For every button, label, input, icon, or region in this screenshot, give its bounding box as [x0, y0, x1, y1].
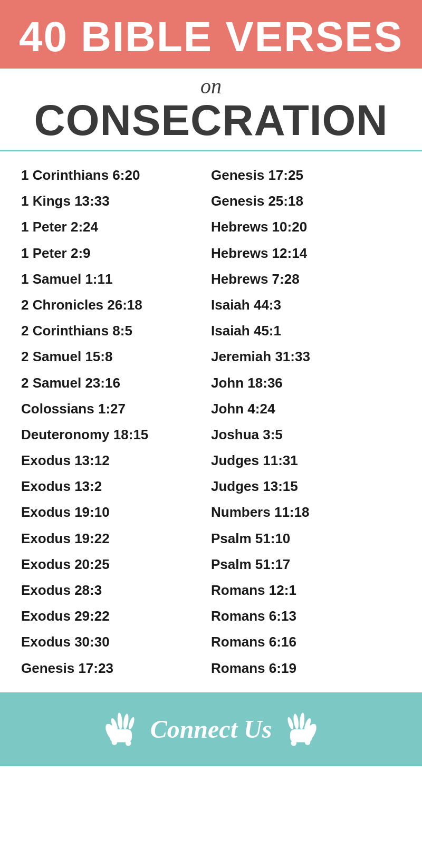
verse-item-left: Deuteronomy 18:15 — [21, 427, 211, 443]
hand-right-icon — [282, 711, 319, 748]
verse-item-left: 1 Peter 2:24 — [21, 219, 211, 235]
verse-item-left: Colossians 1:27 — [21, 401, 211, 417]
verse-item-right: Hebrews 7:28 — [211, 271, 401, 287]
verse-item-right: Romans 6:16 — [211, 634, 401, 650]
verse-item-left: Genesis 17:23 — [21, 660, 211, 677]
verse-item-left: Exodus 13:12 — [21, 452, 211, 469]
consecration-title: CONSECRATION — [5, 99, 417, 142]
verse-grid: 1 Corinthians 6:20Genesis 17:251 Kings 1… — [21, 167, 401, 677]
verse-item-left: 2 Corinthians 8:5 — [21, 323, 211, 339]
verse-item-left: 1 Corinthians 6:20 — [21, 167, 211, 184]
svg-point-9 — [299, 712, 305, 729]
verse-item-right: Psalm 51:10 — [211, 531, 401, 547]
footer: Connect Us — [0, 692, 422, 766]
header-title: 40 BIBLE VERSES — [16, 16, 406, 58]
verse-item-right: Romans 6:13 — [211, 608, 401, 624]
svg-point-7 — [126, 740, 131, 746]
header-middle: on CONSECRATION — [0, 69, 422, 151]
verse-item-left: 1 Samuel 1:11 — [21, 271, 211, 287]
verse-item-right: Judges 13:15 — [211, 478, 401, 495]
verse-item-left: 2 Samuel 15:8 — [21, 349, 211, 365]
verse-item-left: Exodus 13:2 — [21, 478, 211, 495]
verse-item-left: Exodus 19:22 — [21, 531, 211, 547]
svg-point-1 — [117, 712, 122, 729]
verse-item-right: Hebrews 10:20 — [211, 219, 401, 235]
verse-item-right: Jeremiah 31:33 — [211, 349, 401, 365]
footer-text: Connect Us — [150, 715, 272, 744]
verse-item-left: 2 Chronicles 26:18 — [21, 297, 211, 313]
verse-item-left: 1 Peter 2:9 — [21, 245, 211, 262]
verse-item-right: Genesis 17:25 — [211, 167, 401, 184]
verse-item-right: Psalm 51:17 — [211, 556, 401, 573]
svg-point-2 — [122, 713, 129, 730]
verse-item-right: John 18:36 — [211, 375, 401, 391]
svg-point-10 — [293, 713, 300, 730]
verse-item-left: Exodus 29:22 — [21, 608, 211, 624]
verse-item-right: Genesis 25:18 — [211, 193, 401, 209]
verse-item-left: Exodus 28:3 — [21, 582, 211, 599]
svg-point-6 — [111, 739, 117, 745]
verse-item-right: Romans 6:19 — [211, 660, 401, 677]
verse-item-right: Isaiah 45:1 — [211, 323, 401, 339]
verse-item-right: Romans 12:1 — [211, 582, 401, 599]
verse-item-left: Exodus 30:30 — [21, 634, 211, 650]
verse-item-right: Numbers 11:18 — [211, 504, 401, 520]
verse-item-left: 1 Kings 13:33 — [21, 193, 211, 209]
verse-item-right: Joshua 3:5 — [211, 427, 401, 443]
hand-left-icon — [103, 711, 140, 748]
verse-item-right: Hebrews 12:14 — [211, 245, 401, 262]
verse-item-right: John 4:24 — [211, 401, 401, 417]
verse-item-left: Exodus 19:10 — [21, 504, 211, 520]
header-top: 40 BIBLE VERSES — [0, 0, 422, 69]
verse-list-container: 1 Corinthians 6:20Genesis 17:251 Kings 1… — [0, 151, 422, 692]
svg-point-11 — [287, 717, 295, 730]
verse-item-left: Exodus 20:25 — [21, 556, 211, 573]
verse-item-right: Judges 11:31 — [211, 452, 401, 469]
svg-point-3 — [127, 717, 135, 730]
verse-item-right: Isaiah 44:3 — [211, 297, 401, 313]
on-label: on — [5, 74, 417, 99]
verse-item-left: 2 Samuel 23:16 — [21, 375, 211, 391]
